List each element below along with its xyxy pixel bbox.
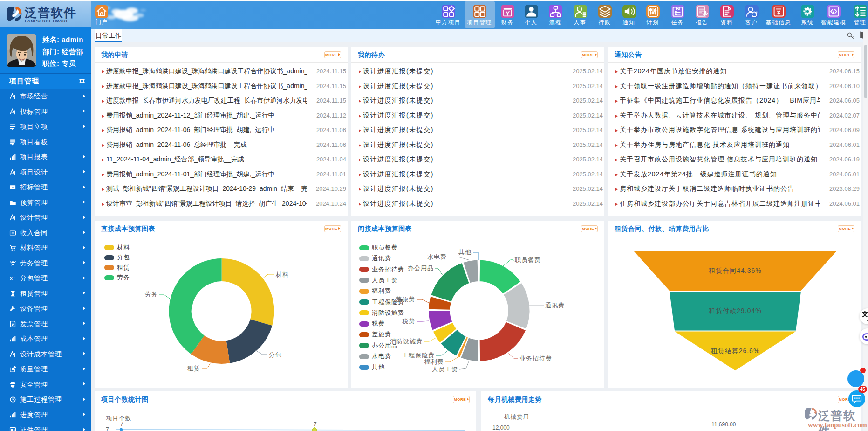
svg-text:7: 7 [106, 426, 109, 431]
svg-text:税费: 税费 [402, 318, 415, 325]
svg-text:租赁付款29.04%: 租赁付款29.04% [709, 307, 761, 314]
svg-text:7: 7 [314, 421, 317, 428]
svg-text:项目个数: 项目个数 [106, 415, 131, 422]
svg-text:办公用品: 办公用品 [408, 264, 434, 271]
svg-text:劳务: 劳务 [145, 291, 158, 298]
svg-text:11,690.00: 11,690.00 [711, 421, 736, 428]
svg-text:福利费: 福利费 [424, 358, 444, 365]
svg-text:消防设施费: 消防设施费 [390, 338, 423, 345]
svg-text:其他: 其他 [458, 249, 472, 256]
svg-text:工程保险费: 工程保险费 [402, 352, 435, 359]
svg-text:12,000: 12,000 [492, 424, 510, 431]
svg-text:人员工资: 人员工资 [432, 366, 458, 373]
svg-text:租赁: 租赁 [187, 365, 200, 372]
svg-text:2: 2 [13, 276, 15, 279]
svg-text:7: 7 [120, 421, 123, 427]
svg-text:差旅费: 差旅费 [396, 296, 415, 303]
svg-text:业务招待费: 业务招待费 [519, 355, 552, 362]
svg-text:x: x [10, 276, 13, 281]
svg-text:机械费用: 机械费用 [504, 414, 529, 420]
svg-text:职员餐费: 职员餐费 [514, 257, 541, 264]
svg-text:材料: 材料 [275, 271, 289, 278]
svg-text:通讯费: 通讯费 [545, 302, 565, 309]
svg-text:分包: 分包 [269, 351, 282, 358]
svg-text:租赁结算26.6%: 租赁结算26.6% [711, 347, 760, 355]
svg-text:水电费: 水电费 [427, 253, 447, 260]
svg-text:租赁合同44.36%: 租赁合同44.36% [709, 267, 761, 274]
